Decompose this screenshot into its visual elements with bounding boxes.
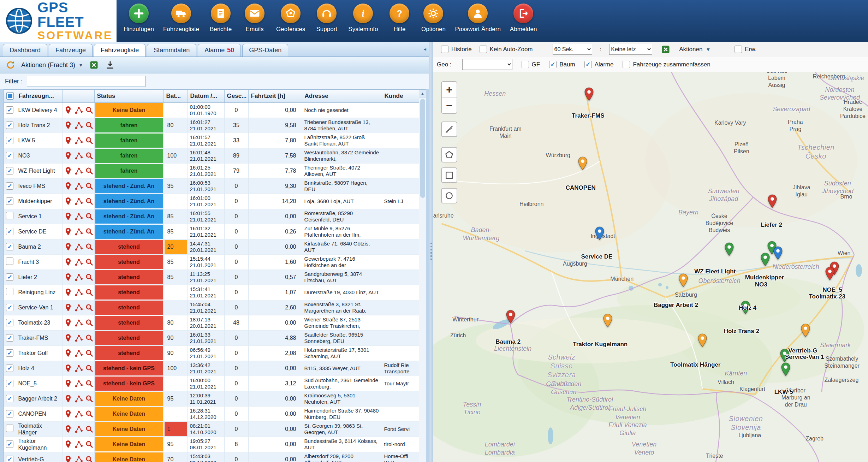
locate-pin-icon[interactable] — [64, 333, 73, 343]
locate-pin-icon[interactable] — [64, 106, 73, 115]
historie-checkbox[interactable] — [441, 46, 448, 53]
vehicle-marker-muldenkipper[interactable] — [773, 246, 783, 260]
baum-toggle[interactable]: Baum — [549, 61, 575, 68]
zoom-in-button[interactable]: + — [442, 82, 457, 97]
alarme-toggle[interactable]: Alarme — [584, 61, 614, 68]
row-checkbox[interactable] — [6, 182, 13, 190]
vehicle-row-10[interactable]: Bauma 2stehend2014:47:3120.01.202100,00K… — [4, 239, 419, 254]
gf-toggle[interactable]: GF — [522, 61, 540, 68]
measure-tool-button[interactable] — [441, 122, 457, 137]
vehicle-row-2[interactable]: Holz Trans 2fahren8016:01:2721.01.202135… — [4, 118, 419, 133]
vehicle-marker-service-de[interactable] — [595, 226, 605, 240]
route-icon[interactable] — [74, 151, 83, 160]
route-icon[interactable] — [74, 257, 83, 267]
locate-pin-icon[interactable] — [64, 409, 73, 419]
row-checkbox[interactable] — [6, 257, 13, 265]
tab-stammdaten[interactable]: Stammdaten — [147, 44, 196, 57]
vehicle-row-3[interactable]: LKW 5fahren16:01:5721.01.2021337,80Laßni… — [4, 133, 419, 148]
nav-item-hinzufuegen[interactable]: Hinzufügen — [124, 4, 154, 33]
last-positions-select[interactable]: Keine letz — [609, 44, 652, 55]
zoom-to-vehicle-icon[interactable] — [85, 303, 94, 312]
alarme-checkbox[interactable] — [584, 61, 592, 68]
vehicle-row-20[interactable]: Bagger Arbeit 2Keine Daten9512:00:3911.0… — [4, 391, 419, 406]
row-checkbox[interactable] — [6, 410, 13, 417]
vehicle-marker-bauma-2[interactable] — [506, 310, 516, 324]
map-aktionen-dropdown[interactable]: Aktionen ▼ — [679, 46, 711, 53]
locate-pin-icon[interactable] — [64, 379, 73, 388]
locate-pin-icon[interactable] — [64, 288, 73, 297]
locate-pin-icon[interactable] — [64, 242, 73, 251]
route-icon[interactable] — [74, 455, 83, 462]
zoom-to-vehicle-icon[interactable] — [85, 333, 94, 343]
vehicle-marker-wz-fleet-light[interactable] — [725, 242, 734, 256]
panel-splitter[interactable] — [429, 42, 433, 462]
map[interactable]: HessenTschechien ČeskoBayernBaden- Württ… — [433, 72, 868, 462]
col-header-datetime[interactable]: Datum /... — [188, 90, 224, 102]
vehicle-marker-toolmatix-23[interactable] — [825, 267, 834, 280]
map-excel-export-icon[interactable] — [660, 44, 671, 55]
locate-pin-icon[interactable] — [64, 136, 73, 145]
col-header-address[interactable]: Adresse — [302, 90, 382, 102]
row-checkbox[interactable] — [6, 425, 13, 432]
vehicle-row-1[interactable]: LKW Delivery 4Keine Daten01:00:0001.01.1… — [4, 102, 419, 118]
refresh-icon[interactable] — [5, 59, 16, 71]
grid-scrollbar[interactable]: ▲ — [419, 90, 426, 462]
col-header-speed[interactable]: Gesc... — [224, 90, 248, 102]
zoom-to-vehicle-icon[interactable] — [85, 151, 94, 160]
col-header-battery[interactable]: Bat... — [164, 90, 188, 102]
locate-pin-icon[interactable] — [64, 455, 73, 462]
row-checkbox[interactable] — [6, 334, 13, 342]
vehicle-row-19[interactable]: NOE_5stehend - kein GPS16:00:0021.01.202… — [4, 376, 419, 391]
locate-pin-icon[interactable] — [64, 182, 73, 191]
locate-pin-icon[interactable] — [64, 303, 73, 312]
row-checkbox[interactable] — [6, 106, 13, 114]
route-icon[interactable] — [74, 364, 83, 373]
col-header-name[interactable]: Fahrzeugn... — [16, 90, 63, 102]
vehicle-row-4[interactable]: NO3fahren10016:01:4821.01.2021897,58West… — [4, 148, 419, 163]
zusammenfassen-checkbox[interactable] — [623, 61, 630, 68]
route-icon[interactable] — [74, 409, 83, 419]
nav-item-fahrzeugliste[interactable]: Fahrzeugliste — [163, 4, 199, 33]
route-icon[interactable] — [74, 197, 83, 206]
locate-pin-icon[interactable] — [64, 212, 73, 221]
locate-pin-icon[interactable] — [64, 257, 73, 267]
route-icon[interactable] — [74, 425, 83, 434]
vehicle-marker-toolmatix-h-nger[interactable] — [697, 333, 707, 347]
col-header-customer[interactable]: Kunde — [382, 90, 419, 102]
zoom-to-vehicle-icon[interactable] — [85, 166, 94, 176]
route-icon[interactable] — [74, 318, 83, 327]
zusammenfassen-toggle[interactable]: Fahrzeuge zusammenfassen — [623, 61, 710, 68]
locate-pin-icon[interactable] — [64, 227, 73, 236]
zoom-to-vehicle-icon[interactable] — [85, 394, 94, 403]
vehicle-marker-canopen[interactable] — [578, 156, 588, 170]
collapse-panel-icon[interactable]: ◂ — [423, 46, 426, 52]
vehicle-row-15[interactable]: Toolmatix-23stehend8018:07:1320.01.20214… — [4, 315, 419, 330]
vehicle-row-22[interactable]: Toolmatix HängerKeine Daten108:21:0114.1… — [4, 421, 419, 437]
zoom-to-vehicle-icon[interactable] — [85, 182, 94, 191]
zoom-to-vehicle-icon[interactable] — [85, 136, 94, 145]
vehicle-row-17[interactable]: Traktor Golfstehend9006:56:4921.01.20210… — [4, 345, 419, 361]
scrollbar-thumb[interactable] — [420, 99, 425, 198]
row-checkbox[interactable] — [6, 288, 13, 295]
zoom-to-vehicle-icon[interactable] — [85, 409, 94, 419]
draw-circle-button[interactable] — [441, 188, 457, 203]
tab-gps-daten[interactable]: GPS-Daten — [242, 44, 288, 57]
vehicle-marker[interactable] — [761, 253, 770, 266]
row-checkbox[interactable] — [6, 228, 13, 235]
locate-pin-icon[interactable] — [64, 318, 73, 327]
route-icon[interactable] — [74, 212, 83, 221]
row-checkbox[interactable] — [6, 440, 13, 448]
vehicle-row-9[interactable]: Service DEstehend - Zünd. An8516:01:3221… — [4, 224, 419, 239]
historie-toggle[interactable]: Historie — [441, 46, 472, 53]
scroll-up-button[interactable]: ▲ — [419, 90, 426, 97]
locate-pin-icon[interactable] — [64, 151, 73, 160]
route-icon[interactable] — [74, 166, 83, 176]
route-icon[interactable] — [74, 182, 83, 191]
vehicle-marker-liefer-2[interactable] — [768, 194, 777, 208]
row-checkbox[interactable] — [6, 380, 13, 387]
vehicle-row-14[interactable]: Service-Van 1stehend15:45:0421.01.202102… — [4, 300, 419, 315]
vehicle-marker-lkw-5[interactable] — [781, 362, 791, 376]
locate-pin-icon[interactable] — [64, 273, 73, 282]
nav-item-abmelden[interactable]: Abmelden — [510, 4, 537, 33]
nav-item-support[interactable]: Support — [314, 4, 339, 33]
